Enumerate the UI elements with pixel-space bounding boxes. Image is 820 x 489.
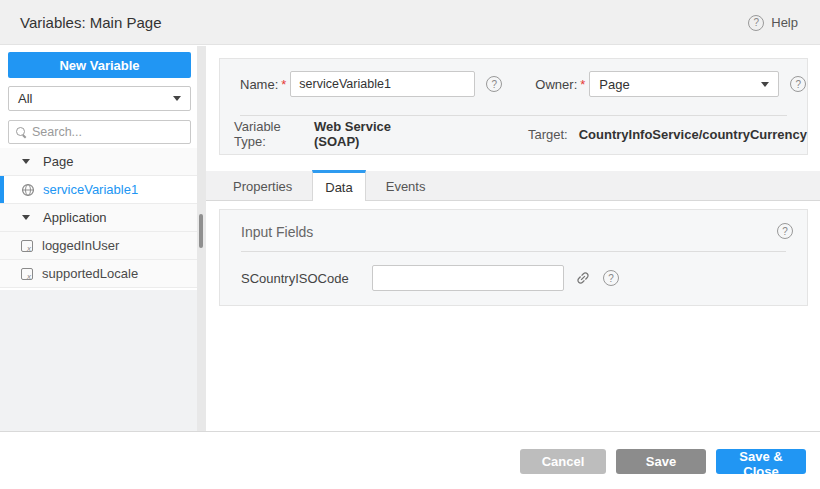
section-title: Input Fields <box>241 224 313 240</box>
variable-type-label: Variable Type: <box>234 119 301 149</box>
tree-item-loggedinuser[interactable]: loggedInUser <box>0 232 197 260</box>
variable-icon <box>21 268 33 280</box>
chevron-down-icon <box>761 82 769 87</box>
tree-item-servicevariable1[interactable]: serviceVariable1 <box>0 176 197 204</box>
owner-value: Page <box>599 77 629 92</box>
required-asterisk: * <box>281 77 286 92</box>
scountryisocode-input[interactable] <box>372 265 564 291</box>
main-panel: Name: * Owner: * Page Variable Type: Web… <box>206 46 820 431</box>
name-owner-row: Name: * Owner: * Page <box>220 71 807 97</box>
panel-divider <box>240 115 787 116</box>
new-variable-button[interactable]: New Variable <box>8 52 191 78</box>
target-label: Target: <box>528 127 568 142</box>
tab-properties[interactable]: Properties <box>213 170 312 200</box>
name-label: Name: <box>240 77 278 92</box>
name-help-icon[interactable] <box>486 76 502 92</box>
filter-dropdown[interactable]: All <box>8 86 191 111</box>
field-help-icon[interactable] <box>603 270 619 286</box>
variable-icon <box>21 240 33 252</box>
cancel-button[interactable]: Cancel <box>520 449 606 474</box>
help-label: Help <box>771 15 798 30</box>
section-divider <box>241 251 786 252</box>
variable-summary-panel: Name: * Owner: * Page Variable Type: Web… <box>219 58 808 155</box>
variables-tree: Page serviceVariable1 Application logged… <box>0 148 197 288</box>
help-link[interactable]: Help <box>748 0 798 45</box>
tree-item-supportedlocale[interactable]: supportedLocale <box>0 260 197 288</box>
tree-item-label: serviceVariable1 <box>43 182 138 197</box>
search-box <box>8 120 191 144</box>
variable-type-value: Web Service (SOAP) <box>314 119 417 149</box>
bind-link-icon[interactable] <box>574 269 592 287</box>
owner-help-icon[interactable] <box>790 76 806 92</box>
owner-label: Owner: <box>535 77 577 92</box>
sidebar-empty-area <box>0 290 197 431</box>
section-help-icon[interactable] <box>777 223 793 239</box>
selection-bar <box>0 176 4 203</box>
field-label: SCountryISOCode <box>241 271 366 286</box>
tree-group-page[interactable]: Page <box>0 148 197 176</box>
variables-dialog: Variables: Main Page Help New Variable A… <box>0 0 820 489</box>
collapse-triangle-icon <box>22 215 30 220</box>
type-target-row: Variable Type: Web Service (SOAP) Target… <box>220 125 807 143</box>
chevron-down-icon <box>173 96 181 101</box>
save-button[interactable]: Save <box>616 449 706 474</box>
owner-select[interactable]: Page <box>589 71 779 97</box>
footer-buttons: Cancel Save Save & Close <box>520 449 806 474</box>
tree-group-application[interactable]: Application <box>0 204 197 232</box>
field-row-scountryisocode: SCountryISOCode <box>220 264 807 292</box>
tree-item-label: supportedLocale <box>42 266 138 281</box>
dialog-footer: Cancel Save Save & Close <box>0 431 820 489</box>
tab-data[interactable]: Data <box>312 170 365 201</box>
required-asterisk: * <box>580 77 585 92</box>
tree-group-label: Page <box>43 154 73 169</box>
search-icon <box>16 127 26 137</box>
save-and-close-button[interactable]: Save & Close <box>716 449 806 474</box>
input-fields-panel: Input Fields SCountryISOCode <box>219 209 808 306</box>
page-title: Variables: Main Page <box>20 14 161 31</box>
web-service-icon <box>21 183 35 197</box>
sidebar-scrollbar-track[interactable] <box>197 46 206 431</box>
variables-sidebar: New Variable All Page serviceVariable1 <box>0 46 197 431</box>
filter-value: All <box>18 91 32 106</box>
search-input[interactable] <box>32 125 172 139</box>
dialog-header: Variables: Main Page Help <box>0 0 820 45</box>
sidebar-scrollbar-thumb[interactable] <box>199 214 203 248</box>
tree-item-label: loggedInUser <box>42 238 119 253</box>
input-fields-header: Input Fields <box>220 222 807 242</box>
tab-events[interactable]: Events <box>366 170 446 200</box>
help-icon <box>748 15 764 31</box>
name-input[interactable] <box>290 71 475 97</box>
tree-group-label: Application <box>43 210 107 225</box>
target-value: CountryInfoService/countryCurrency <box>579 127 807 142</box>
tab-bar: Properties Data Events <box>206 171 820 201</box>
collapse-triangle-icon <box>22 159 30 164</box>
